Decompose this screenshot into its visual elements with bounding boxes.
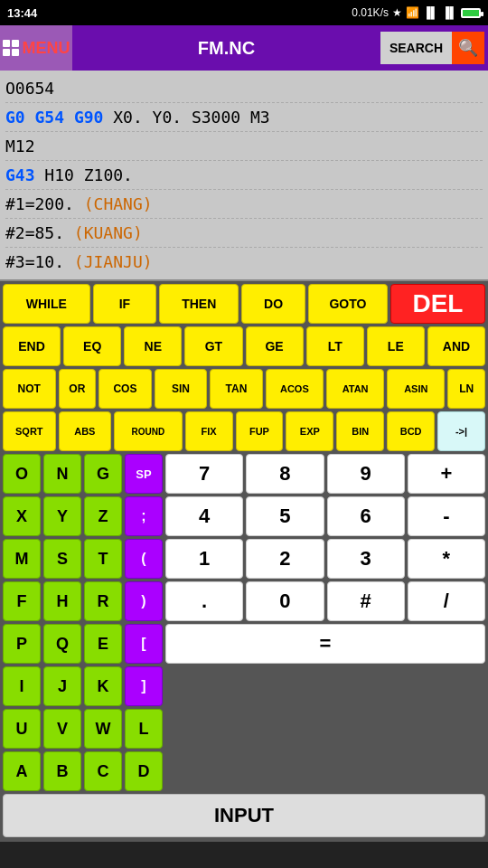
kb-Y[interactable]: Y <box>43 496 81 536</box>
kb-8[interactable]: 8 <box>246 454 324 494</box>
kb-letters-col3: G Z T R E K W C <box>84 454 122 791</box>
kb-letters-col2: N Y S H Q J V B <box>43 454 81 791</box>
kb-eq[interactable]: EQ <box>63 326 121 366</box>
kb-semicolon[interactable]: ; <box>125 496 163 536</box>
kb-then[interactable]: THEN <box>159 284 239 324</box>
kb-tan[interactable]: TAN <box>210 369 263 409</box>
kb-4[interactable]: 4 <box>165 496 243 536</box>
kb-minus[interactable]: - <box>408 496 485 536</box>
kb-L[interactable]: L <box>125 709 163 749</box>
code-line-6: #2=85. (KUANG) <box>5 219 483 248</box>
kb-D[interactable]: D <box>125 751 163 791</box>
kb-V[interactable]: V <box>43 709 81 749</box>
kb-N[interactable]: N <box>43 454 81 494</box>
kb-open-paren[interactable]: ( <box>125 539 163 579</box>
kb-X[interactable]: X <box>3 496 41 536</box>
kb-R[interactable]: R <box>84 581 122 621</box>
kb-J[interactable]: J <box>43 666 81 706</box>
kb-T[interactable]: T <box>84 539 122 579</box>
kb-gt[interactable]: GT <box>184 326 242 366</box>
kb-7[interactable]: 7 <box>165 454 243 494</box>
menu-label: MENU <box>23 39 70 58</box>
kb-plus[interactable]: + <box>408 454 485 494</box>
numpad-row3: 1 2 3 * <box>165 539 485 579</box>
kb-U[interactable]: U <box>3 709 41 749</box>
kb-goto[interactable]: GOTO <box>308 284 388 324</box>
kb-C[interactable]: C <box>84 751 122 791</box>
kb-ge[interactable]: GE <box>246 326 304 366</box>
kb-while[interactable]: WHILE <box>3 284 90 324</box>
kb-P[interactable]: P <box>3 624 41 664</box>
search-area: SEARCH 🔍 <box>380 32 488 64</box>
kb-close-bracket[interactable]: ] <box>125 666 163 706</box>
kb-E[interactable]: E <box>84 624 122 664</box>
kb-if[interactable]: IF <box>93 284 157 324</box>
kb-5[interactable]: 5 <box>246 496 324 536</box>
kb-sin[interactable]: SIN <box>155 369 208 409</box>
kb-abs[interactable]: ABS <box>59 411 112 451</box>
kb-B[interactable]: B <box>43 751 81 791</box>
kb-dot[interactable]: . <box>165 581 243 621</box>
kb-I[interactable]: I <box>3 666 41 706</box>
kb-le[interactable]: LE <box>367 326 425 366</box>
kb-divide[interactable]: / <box>408 581 485 621</box>
kb-W[interactable]: W <box>84 709 122 749</box>
kb-Z[interactable]: Z <box>84 496 122 536</box>
search-button[interactable]: SEARCH <box>380 32 452 64</box>
kb-3[interactable]: 3 <box>327 539 405 579</box>
kb-Q[interactable]: Q <box>43 624 81 664</box>
input-button[interactable]: INPUT <box>3 794 485 837</box>
kb-do[interactable]: DO <box>241 284 305 324</box>
kb-cos[interactable]: COS <box>99 369 152 409</box>
kb-O[interactable]: O <box>3 454 41 494</box>
kb-K[interactable]: K <box>84 666 122 706</box>
kb-open-bracket[interactable]: [ <box>125 624 163 664</box>
kb-asin[interactable]: ASIN <box>387 369 445 409</box>
kb-bcd[interactable]: BCD <box>387 411 435 451</box>
kb-6[interactable]: 6 <box>327 496 405 536</box>
kb-fup[interactable]: FUP <box>236 411 284 451</box>
search-icon-button[interactable]: 🔍 <box>452 32 484 64</box>
kb-ln[interactable]: LN <box>447 369 485 409</box>
kb-F[interactable]: F <box>3 581 41 621</box>
signal-icon1: ▐▌ <box>423 6 438 19</box>
kb-end[interactable]: END <box>3 326 61 366</box>
kb-bin[interactable]: BIN <box>336 411 384 451</box>
kb-or[interactable]: OR <box>59 369 97 409</box>
kb-sp[interactable]: SP <box>125 454 163 494</box>
kb-equals[interactable]: = <box>165 624 485 664</box>
kb-acos[interactable]: ACOS <box>266 369 324 409</box>
kb-0[interactable]: 0 <box>246 581 324 621</box>
kb-fix[interactable]: FIX <box>185 411 233 451</box>
kb-multiply[interactable]: * <box>408 539 485 579</box>
kb-H[interactable]: H <box>43 581 81 621</box>
code-line-3: M12 <box>5 132 483 161</box>
kb-close-paren[interactable]: ) <box>125 581 163 621</box>
kb-and[interactable]: AND <box>427 326 485 366</box>
kb-1[interactable]: 1 <box>165 539 243 579</box>
kb-sqrt[interactable]: SQRT <box>3 411 56 451</box>
kb-9[interactable]: 9 <box>327 454 405 494</box>
status-bar: 13:44 0.01K/s ★ 📶 ▐▌ ▐▌ <box>0 0 488 25</box>
kb-round[interactable]: ROUND <box>114 411 183 451</box>
kb-row-3: NOT OR COS SIN TAN ACOS ATAN ASIN LN <box>3 369 485 409</box>
kb-not[interactable]: NOT <box>3 369 56 409</box>
menu-button[interactable]: MENU <box>0 25 72 71</box>
kb-ne[interactable]: NE <box>124 326 182 366</box>
kb-atan[interactable]: ATAN <box>326 369 384 409</box>
kb-S[interactable]: S <box>43 539 81 579</box>
kb-del[interactable]: DEL <box>390 284 485 324</box>
kb-2[interactable]: 2 <box>246 539 324 579</box>
kb-M[interactable]: M <box>3 539 41 579</box>
kb-exp[interactable]: EXP <box>286 411 333 451</box>
kb-hash[interactable]: # <box>327 581 405 621</box>
kb-tab[interactable]: ->| <box>437 411 485 451</box>
numpad-row2: 4 5 6 - <box>165 496 485 536</box>
kb-lt[interactable]: LT <box>306 326 364 366</box>
signal-icon2: ▐▌ <box>442 6 457 19</box>
kb-G[interactable]: G <box>84 454 122 494</box>
time: 13:44 <box>7 6 37 20</box>
code-line-5: #1=200. (CHANG) <box>5 190 483 219</box>
code-line-1: O0654 <box>5 74 483 103</box>
kb-A[interactable]: A <box>3 751 41 791</box>
